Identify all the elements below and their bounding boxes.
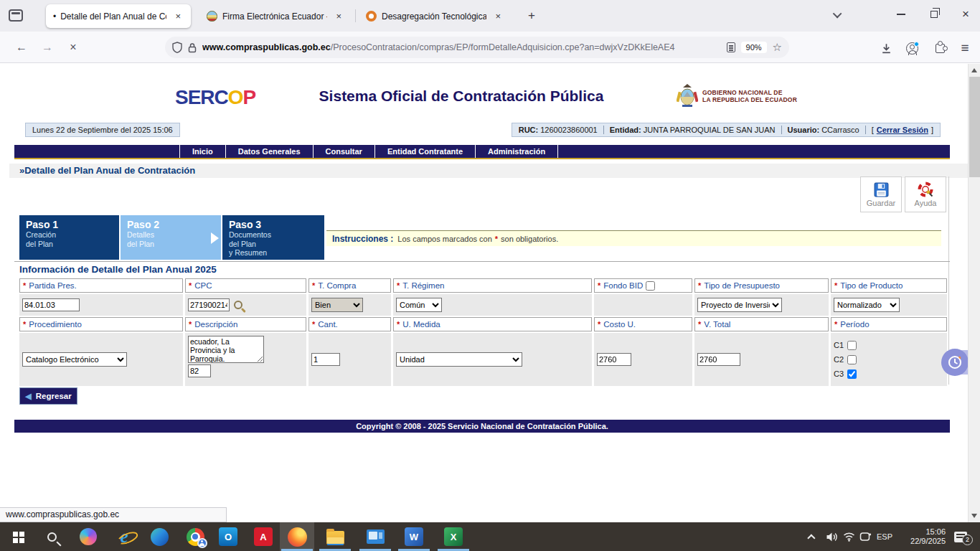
tipo-producto-select[interactable]: Normalizado — [834, 298, 900, 312]
scroll-up-icon[interactable] — [971, 68, 977, 72]
cant-input[interactable] — [311, 353, 340, 366]
window-close-button[interactable]: × — [954, 0, 977, 29]
regresar-button[interactable]: ◀ Regresar — [19, 387, 77, 405]
descripcion-extra-input[interactable] — [188, 364, 211, 377]
excel-icon: X — [444, 527, 463, 546]
window-minimize-button[interactable] — [890, 0, 913, 29]
header-costo: *Costo U. — [594, 317, 692, 331]
fondo-bid-checkbox[interactable] — [646, 281, 655, 291]
word-icon: W — [405, 527, 423, 546]
save-button[interactable]: Guardar — [860, 176, 902, 212]
step-1: Paso 1 Creación del Plan — [19, 215, 119, 260]
periodo-c1-checkbox[interactable] — [847, 341, 857, 350]
cpc-input[interactable] — [188, 298, 230, 311]
vtotal-input[interactable] — [697, 353, 740, 366]
tab-desagregacion[interactable]: Desagregación Tecnológica: Cál × — [359, 4, 511, 28]
periodo-c2-checkbox[interactable] — [847, 355, 857, 364]
umedida-select[interactable]: Unidad — [396, 352, 522, 367]
tab-firma-electronica[interactable]: Firma Electrónica Ecuador - Firm × — [199, 4, 352, 28]
descripcion-textarea[interactable] — [188, 336, 264, 363]
step-3: Paso 3 Documentos del Plan y Resumen — [222, 215, 324, 260]
tipo-presupuesto-select[interactable]: Proyecto de Inversión — [697, 298, 782, 312]
new-tab-button[interactable]: + — [522, 6, 541, 25]
lock-icon[interactable] — [188, 42, 197, 53]
taskbar-system-tool[interactable] — [358, 522, 392, 551]
tab-separator — [355, 9, 356, 22]
page-zoom-chip[interactable]: 90% — [741, 42, 767, 53]
page-title: Sistema Oficial de Contratación Pública — [300, 88, 623, 105]
tab-title: Desagregación Tecnológica: Cál — [382, 11, 486, 22]
taskbar-chrome[interactable] — [178, 522, 212, 551]
edge-icon — [151, 528, 169, 546]
extensions-puzzle-icon[interactable] — [930, 39, 949, 57]
nav-item-entidad-contratante[interactable]: Entidad Contratante — [374, 145, 475, 158]
tab-close-icon[interactable]: × — [492, 10, 504, 22]
window-restore-button[interactable] — [923, 0, 946, 29]
downloads-icon[interactable] — [877, 39, 895, 57]
language-indicator[interactable]: ESP — [874, 522, 895, 551]
tab-list-chevron-icon[interactable] — [826, 0, 849, 29]
instructions-banner: Instrucciones : Los campos marcados con … — [326, 230, 941, 246]
browser-toolbar: ← → × www.compraspublicas.gob.ec/Proceso… — [0, 32, 980, 63]
header-vtotal: *V. Total — [694, 317, 829, 331]
taskbar-search-button[interactable] — [34, 522, 69, 551]
breadcrumb: »Detalle del Plan Anual de Contratación — [19, 165, 195, 176]
page-footer: Copyright © 2008 - 2025 Servicio Naciona… — [14, 420, 950, 433]
ecuador-coat-of-arms-icon — [677, 83, 698, 109]
reader-mode-icon[interactable] — [727, 42, 735, 52]
tracking-shield-icon[interactable] — [172, 42, 182, 53]
taskbar-clock[interactable]: 15:06 22/9/2025 — [898, 522, 946, 551]
cpc-search-icon[interactable] — [234, 301, 242, 309]
header-tipo-producto: *Tipo de Producto — [831, 278, 947, 293]
header-umedida: *U. Medida — [393, 317, 592, 331]
tab-detalle-plan[interactable]: • Detalle del Plan Anual de Contr × — [46, 4, 191, 28]
costo-input[interactable] — [597, 353, 631, 366]
procedimiento-select[interactable]: Catalogo Electrónico — [22, 352, 127, 367]
clock-widget-icon[interactable] — [941, 349, 969, 376]
forward-button[interactable]: → — [37, 37, 57, 57]
nav-item-inicio[interactable]: Inicio — [179, 145, 225, 158]
tcompra-select[interactable]: Bien — [311, 298, 363, 312]
tab-close-icon[interactable]: × — [172, 10, 184, 22]
taskbar-excel[interactable]: X — [436, 522, 471, 551]
bookmark-star-icon[interactable]: ☆ — [773, 41, 782, 54]
nav-item-administracion[interactable]: Administración — [475, 145, 558, 158]
system-tool-icon — [367, 529, 385, 544]
menu-hamburger-icon[interactable]: ≡ — [956, 39, 974, 57]
ecuador-crest-favicon — [207, 11, 217, 22]
header-periodo: *Período — [831, 317, 947, 331]
firefox-view-icon[interactable] — [9, 9, 23, 22]
url-bar[interactable]: www.compraspublicas.gob.ec/ProcesoContra… — [165, 37, 789, 58]
scrollbar-thumb[interactable] — [969, 77, 980, 177]
meet-now-icon[interactable] — [856, 522, 875, 551]
taskbar-word[interactable]: W — [397, 522, 431, 551]
taskbar-outlook[interactable]: O — [211, 522, 245, 551]
taskbar-edge[interactable] — [142, 522, 176, 551]
chrome-icon — [187, 528, 204, 546]
account-icon[interactable] — [903, 39, 921, 57]
stop-button[interactable]: × — [63, 37, 83, 57]
periodo-c3-checkbox[interactable] — [847, 369, 857, 379]
logout-link[interactable]: Cerrar Sesión — [877, 126, 928, 134]
taskbar-acrobat[interactable]: A — [246, 522, 281, 551]
status-link-tooltip: www.compraspublicas.gob.ec — [0, 507, 227, 522]
back-button[interactable]: ← — [11, 37, 32, 57]
nav-item-datos-generales[interactable]: Datos Generales — [225, 145, 313, 158]
taskbar-internet-explorer[interactable]: e — [107, 522, 141, 551]
help-button[interactable]: Ayuda — [905, 176, 946, 212]
partida-input[interactable] — [22, 298, 80, 311]
taskbar-file-explorer[interactable] — [318, 522, 352, 551]
page-scrollbar[interactable] — [968, 64, 980, 522]
scroll-down-icon[interactable] — [971, 514, 977, 518]
copilot-icon — [80, 528, 97, 545]
floppy-disk-icon — [874, 182, 889, 197]
speaker-icon[interactable] — [822, 522, 841, 551]
taskbar-firefox-active[interactable] — [280, 522, 314, 551]
nav-item-consultar[interactable]: Consultar — [313, 145, 374, 158]
tray-chevron-icon[interactable] — [804, 522, 822, 551]
start-button[interactable] — [1, 522, 34, 551]
notification-center-icon[interactable]: 2 — [950, 522, 971, 551]
tab-close-icon[interactable]: × — [333, 10, 344, 22]
tregimen-select[interactable]: Común — [396, 298, 442, 312]
taskbar-copilot[interactable] — [71, 522, 105, 551]
